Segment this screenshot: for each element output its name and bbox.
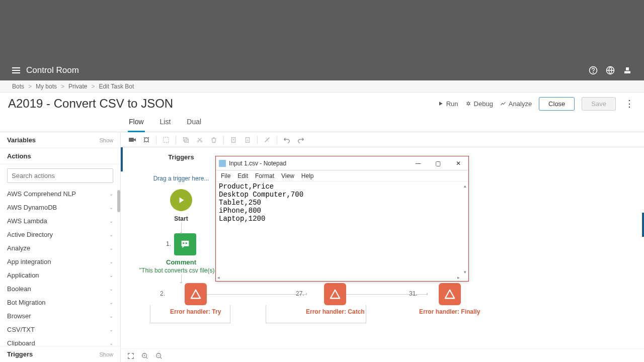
- user-icon[interactable]: [623, 66, 632, 75]
- top-video-strip: [0, 0, 644, 60]
- fit-icon[interactable]: [127, 352, 135, 360]
- error-try-node[interactable]: [185, 283, 207, 305]
- notepad-menu-format[interactable]: Format: [255, 172, 274, 179]
- disable-icon[interactable]: [263, 135, 272, 144]
- triggers-section-header[interactable]: Triggers Show: [0, 346, 120, 362]
- sidebar: Variables Show Actions AWS Comprehend NL…: [0, 132, 121, 362]
- cut-icon[interactable]: [195, 135, 204, 144]
- close-button[interactable]: Close: [539, 97, 575, 111]
- connector: [181, 222, 182, 233]
- app-title: Control Room: [26, 65, 79, 75]
- canvas-right-indicator: [642, 213, 644, 237]
- breadcrumb-current: Edit Task Bot: [99, 83, 134, 90]
- action-item[interactable]: AWS Comprehend NLP⌄: [0, 187, 120, 201]
- step-number: 27.: [296, 290, 304, 297]
- action-item[interactable]: Application⌄: [0, 268, 120, 282]
- chevron-down-icon: ⌄: [109, 286, 113, 292]
- copy-icon[interactable]: [181, 135, 190, 144]
- notepad-horizontal-scrollbar[interactable]: ◂▸: [216, 275, 461, 281]
- minimize-icon[interactable]: —: [408, 156, 428, 170]
- comment-description: "This bot converts csv file(s) t...: [136, 267, 226, 274]
- hamburger-icon[interactable]: [12, 67, 20, 73]
- step-number: 2.: [160, 290, 165, 297]
- action-item[interactable]: Browser⌄: [0, 309, 120, 323]
- debug-button[interactable]: Debug: [465, 100, 493, 108]
- chevron-down-icon: ⌄: [109, 245, 113, 251]
- error-catch-node[interactable]: [324, 283, 346, 305]
- action-item[interactable]: Active Directory⌄: [0, 228, 120, 241]
- action-item[interactable]: Bot Migration⌄: [0, 296, 120, 309]
- canvas-bottom-toolbar: [121, 348, 644, 362]
- triggers-show-toggle[interactable]: Show: [99, 351, 113, 357]
- notepad-menu-file[interactable]: File: [221, 172, 230, 179]
- chevron-down-icon: ⌄: [109, 327, 113, 332]
- error-finally-label: Error handler: Finally: [419, 308, 480, 315]
- actions-section-header[interactable]: Actions: [0, 148, 120, 164]
- select-icon[interactable]: [162, 135, 171, 144]
- bot-icon[interactable]: [142, 135, 151, 144]
- header-bar: Control Room: [0, 60, 644, 80]
- help-icon[interactable]: [589, 66, 598, 75]
- actions-list[interactable]: AWS Comprehend NLP⌄ AWS DynamoDB⌄ AWS La…: [0, 187, 120, 346]
- tab-dual[interactable]: Dual: [186, 113, 202, 132]
- comment-label: Comment: [166, 258, 196, 266]
- chevron-down-icon: ⌄: [109, 218, 113, 224]
- action-item[interactable]: AWS Lambda⌄: [0, 214, 120, 228]
- notepad-titlebar[interactable]: Input 1.csv - Notepad — ▢ ✕: [216, 156, 468, 170]
- notepad-menu-edit[interactable]: Edit: [237, 172, 248, 179]
- variables-show-toggle[interactable]: Show: [99, 137, 113, 143]
- breadcrumb-item[interactable]: Bots: [12, 83, 24, 90]
- record-icon[interactable]: [128, 135, 137, 144]
- svg-rect-6: [129, 138, 134, 142]
- clipboard-up-icon[interactable]: [229, 135, 238, 144]
- start-node[interactable]: [170, 189, 192, 211]
- svg-rect-3: [624, 71, 630, 74]
- svg-rect-10: [185, 139, 188, 142]
- notepad-window[interactable]: Input 1.csv - Notepad — ▢ ✕ File Edit Fo…: [215, 156, 469, 282]
- action-item[interactable]: Boolean⌄: [0, 282, 120, 296]
- canvas-toolbar: [121, 132, 644, 147]
- clipboard-down-icon[interactable]: [243, 135, 252, 144]
- chevron-down-icon: ⌄: [109, 232, 113, 237]
- chevron-down-icon: ⌄: [109, 191, 113, 197]
- scrollbar-thumb[interactable]: [117, 190, 120, 212]
- notepad-menu-help[interactable]: Help: [301, 172, 314, 179]
- kebab-menu-icon[interactable]: ⋮: [623, 98, 636, 109]
- notepad-menu-view[interactable]: View: [281, 172, 294, 179]
- comment-node[interactable]: [174, 233, 196, 255]
- tab-list[interactable]: List: [159, 113, 172, 132]
- analyze-button[interactable]: Analyze: [500, 100, 532, 108]
- run-button[interactable]: Run: [438, 100, 458, 108]
- chevron-down-icon: ⌄: [109, 300, 113, 305]
- svg-point-5: [467, 103, 469, 105]
- save-button: Save: [582, 97, 616, 111]
- undo-icon[interactable]: [282, 135, 291, 144]
- action-item[interactable]: Clipboard⌄: [0, 336, 120, 346]
- maximize-icon[interactable]: ▢: [428, 156, 448, 170]
- delete-icon[interactable]: [209, 135, 218, 144]
- notepad-text-area[interactable]: Product,Price Desktop Computer,700 Table…: [216, 182, 468, 274]
- tab-flow[interactable]: Flow: [128, 113, 145, 132]
- svg-point-1: [593, 72, 594, 73]
- redo-icon[interactable]: [296, 135, 305, 144]
- action-item[interactable]: CSV/TXT⌄: [0, 323, 120, 336]
- zoom-reset-icon[interactable]: [141, 352, 149, 360]
- zoom-out-icon[interactable]: [155, 352, 163, 360]
- page-title: A2019 - Convert CSV to JSON: [8, 97, 173, 111]
- globe-icon[interactable]: [606, 66, 615, 75]
- variables-section-header[interactable]: Variables Show: [0, 132, 120, 148]
- error-finally-node[interactable]: [439, 283, 461, 305]
- svg-rect-4: [626, 67, 629, 70]
- notepad-vertical-scrollbar[interactable]: ▴▾: [462, 184, 468, 275]
- chevron-down-icon: ⌄: [109, 273, 113, 278]
- error-container: [150, 305, 230, 323]
- close-icon[interactable]: ✕: [448, 156, 468, 170]
- search-actions-input[interactable]: [7, 168, 113, 183]
- action-item[interactable]: App integration⌄: [0, 255, 120, 268]
- view-tabs: Flow List Dual: [0, 113, 644, 132]
- action-item[interactable]: Analyze⌄: [0, 241, 120, 255]
- breadcrumb-item[interactable]: Private: [68, 83, 87, 90]
- breadcrumb-item[interactable]: My bots: [36, 83, 57, 90]
- action-item[interactable]: AWS DynamoDB⌄: [0, 201, 120, 214]
- breadcrumb: Bots > My bots > Private > Edit Task Bot: [0, 80, 644, 93]
